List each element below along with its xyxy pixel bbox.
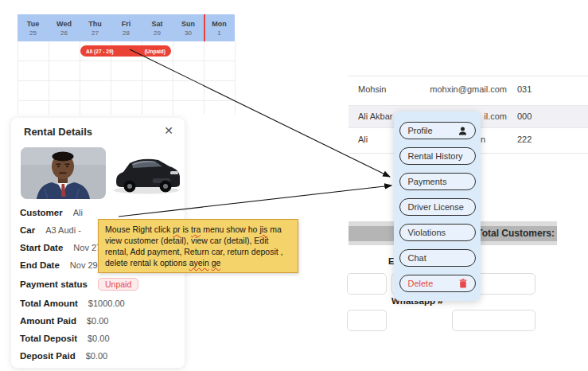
customer-email: mohxin@gmail.com <box>430 84 507 94</box>
car-photo <box>108 150 185 197</box>
panel-title: Rental Details <box>24 126 92 138</box>
payment-status-row: Payment status Unpaid <box>20 278 138 291</box>
calendar-header: Tue25 Wed26 Thu27 Fri28 Sat29 Sun30 Mon1 <box>18 14 235 41</box>
menu-item-delete[interactable]: Delete <box>399 275 476 292</box>
car-illustration <box>108 150 185 197</box>
person-icon <box>458 127 467 135</box>
calendar-day: Thu27 <box>80 14 111 41</box>
customer-phone: 222 <box>517 135 532 144</box>
calendar-day: Wed26 <box>49 14 80 41</box>
customer-email: il.com <box>484 111 507 121</box>
close-icon[interactable]: ✕ <box>164 124 173 137</box>
customer-phone: 031 <box>517 84 532 94</box>
current-date-line <box>204 14 205 41</box>
calendar-day: Mon1 <box>204 14 235 41</box>
amount-row: Total Amount $1000.00 <box>20 299 125 308</box>
whatsapp-field[interactable] <box>452 310 535 331</box>
detail-row: End Date Nov 29, 2 <box>20 260 107 270</box>
customer-photo <box>21 147 106 199</box>
screenshot-canvas: Tue25 Wed26 Thu27 Fri28 Sat29 Sun30 Mon1… <box>0 0 588 371</box>
menu-item-profile[interactable]: Profile <box>399 122 476 139</box>
calendar-rental-event[interactable]: Ali (27 - 29) (Unpaid) <box>80 45 171 57</box>
calendar-day: Tue25 <box>18 14 49 41</box>
annotation-note: Mouse Right click pr is tra menu show ho… <box>98 219 298 273</box>
amount-row: Amount Paid $0.00 <box>20 316 108 326</box>
amount-row: Total Deposit $0.00 <box>20 334 110 343</box>
customer-name: Mohsin <box>358 84 386 94</box>
customer-email: n <box>481 135 485 144</box>
detail-row: Customer Ali <box>20 208 83 217</box>
context-menu: Profile Rental History Payments Driver L… <box>394 111 481 301</box>
menu-item-payments[interactable]: Payments <box>399 173 476 190</box>
event-title: Ali (27 - 29) <box>86 49 114 54</box>
detail-row: Start Date Nov 27, <box>20 243 103 252</box>
calendar-day: Sun30 <box>173 14 204 41</box>
menu-item-driver-license[interactable]: Driver License <box>399 198 476 216</box>
menu-item-violations[interactable]: Violations <box>399 224 476 241</box>
status-badge: Unpaid <box>98 278 138 291</box>
total-customers-label: Total Customers: <box>477 228 555 239</box>
detail-row: Car A3 Audi - <box>20 225 81 235</box>
form-input[interactable] <box>347 273 387 295</box>
table-row[interactable]: Mohsin mohxin@gmail.com 031 <box>349 76 588 105</box>
calendar-day: Sat29 <box>142 14 173 41</box>
tooltip-text: Mouse Right click pr is tra menu show ho… <box>105 225 283 268</box>
form-input[interactable] <box>347 310 387 331</box>
menu-item-rental-history[interactable]: Rental History <box>399 147 476 165</box>
event-status: (Unpaid) <box>145 49 165 54</box>
customer-name: Ali Akbar <box>358 111 392 121</box>
customer-portrait-illustration <box>21 147 106 199</box>
menu-item-chat[interactable]: Chat <box>399 249 476 267</box>
calendar-day: Fri28 <box>111 14 142 41</box>
customer-name: Ali <box>358 135 368 144</box>
amount-row: Deposit Paid $0.00 <box>20 351 107 361</box>
customer-phone: 000 <box>517 111 532 121</box>
trash-icon <box>459 279 467 288</box>
